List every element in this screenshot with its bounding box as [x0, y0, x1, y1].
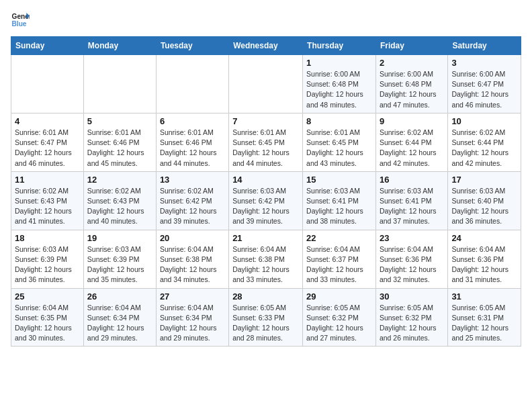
day-number: 29 — [306, 291, 372, 302]
day-cell: 24Sunrise: 6:04 AM Sunset: 6:36 PM Dayli… — [448, 230, 521, 288]
day-info: Sunrise: 6:00 AM Sunset: 6:48 PM Dayligh… — [306, 69, 372, 110]
day-cell — [11, 55, 84, 113]
day-number: 12 — [87, 175, 152, 185]
day-number: 2 — [380, 58, 444, 68]
day-cell — [83, 55, 156, 113]
day-number: 11 — [15, 175, 80, 185]
day-cell: 21Sunrise: 6:04 AM Sunset: 6:38 PM Dayli… — [229, 230, 303, 288]
day-info: Sunrise: 6:05 AM Sunset: 6:33 PM Dayligh… — [232, 303, 299, 344]
day-number: 13 — [160, 175, 225, 185]
calendar-table: SundayMondayTuesdayWednesdayThursdayFrid… — [11, 36, 521, 347]
day-number: 20 — [160, 233, 225, 243]
day-cell: 1Sunrise: 6:00 AM Sunset: 6:48 PM Daylig… — [303, 55, 376, 113]
day-number: 3 — [451, 58, 517, 68]
header-thursday: Thursday — [303, 37, 376, 55]
header-friday: Friday — [375, 37, 447, 55]
day-cell: 15Sunrise: 6:03 AM Sunset: 6:41 PM Dayli… — [303, 171, 376, 230]
day-cell: 17Sunrise: 6:03 AM Sunset: 6:40 PM Dayli… — [448, 171, 521, 230]
day-info: Sunrise: 6:01 AM Sunset: 6:46 PM Dayligh… — [87, 128, 152, 169]
day-info: Sunrise: 6:02 AM Sunset: 6:44 PM Dayligh… — [380, 128, 444, 169]
day-info: Sunrise: 6:03 AM Sunset: 6:39 PM Dayligh… — [87, 244, 152, 285]
day-info: Sunrise: 6:03 AM Sunset: 6:39 PM Dayligh… — [15, 244, 80, 285]
day-number: 21 — [232, 233, 299, 243]
header-sunday: Sunday — [11, 37, 84, 55]
day-number: 30 — [380, 291, 444, 302]
day-number: 31 — [451, 291, 517, 302]
day-cell: 30Sunrise: 6:05 AM Sunset: 6:32 PM Dayli… — [375, 288, 447, 347]
day-info: Sunrise: 6:03 AM Sunset: 6:40 PM Dayligh… — [451, 186, 517, 227]
day-cell: 19Sunrise: 6:03 AM Sunset: 6:39 PM Dayli… — [83, 230, 156, 288]
day-number: 6 — [160, 116, 225, 126]
day-cell: 26Sunrise: 6:04 AM Sunset: 6:34 PM Dayli… — [83, 288, 156, 347]
day-cell: 5Sunrise: 6:01 AM Sunset: 6:46 PM Daylig… — [83, 113, 156, 171]
day-cell: 27Sunrise: 6:04 AM Sunset: 6:34 PM Dayli… — [156, 288, 228, 347]
day-cell: 20Sunrise: 6:04 AM Sunset: 6:38 PM Dayli… — [156, 230, 228, 288]
header-saturday: Saturday — [448, 37, 521, 55]
day-info: Sunrise: 6:02 AM Sunset: 6:43 PM Dayligh… — [87, 186, 152, 227]
day-number: 25 — [15, 291, 80, 302]
day-info: Sunrise: 6:05 AM Sunset: 6:31 PM Dayligh… — [451, 303, 517, 344]
week-row-5: 25Sunrise: 6:04 AM Sunset: 6:35 PM Dayli… — [11, 288, 521, 347]
day-info: Sunrise: 6:03 AM Sunset: 6:41 PM Dayligh… — [380, 186, 444, 227]
day-info: Sunrise: 6:04 AM Sunset: 6:36 PM Dayligh… — [451, 244, 517, 285]
day-info: Sunrise: 6:01 AM Sunset: 6:45 PM Dayligh… — [306, 128, 372, 169]
day-info: Sunrise: 6:01 AM Sunset: 6:47 PM Dayligh… — [15, 128, 80, 169]
day-cell: 14Sunrise: 6:03 AM Sunset: 6:42 PM Dayli… — [229, 171, 303, 230]
day-number: 5 — [87, 116, 152, 126]
day-number: 24 — [451, 233, 517, 243]
day-number: 9 — [380, 116, 444, 126]
week-row-3: 11Sunrise: 6:02 AM Sunset: 6:43 PM Dayli… — [11, 171, 521, 230]
calendar-header-row: SundayMondayTuesdayWednesdayThursdayFrid… — [11, 37, 521, 55]
day-cell: 31Sunrise: 6:05 AM Sunset: 6:31 PM Dayli… — [448, 288, 521, 347]
day-cell: 16Sunrise: 6:03 AM Sunset: 6:41 PM Dayli… — [375, 171, 447, 230]
header-wednesday: Wednesday — [229, 37, 303, 55]
day-info: Sunrise: 6:02 AM Sunset: 6:42 PM Dayligh… — [160, 186, 225, 227]
day-number: 14 — [232, 175, 299, 185]
day-info: Sunrise: 6:02 AM Sunset: 6:44 PM Dayligh… — [451, 128, 517, 169]
day-cell: 18Sunrise: 6:03 AM Sunset: 6:39 PM Dayli… — [11, 230, 84, 288]
day-cell: 8Sunrise: 6:01 AM Sunset: 6:45 PM Daylig… — [303, 113, 376, 171]
day-info: Sunrise: 6:03 AM Sunset: 6:42 PM Dayligh… — [232, 186, 299, 227]
day-number: 27 — [160, 291, 225, 302]
logo-icon: General Blue — [11, 11, 30, 30]
header: General Blue — [11, 11, 521, 30]
day-info: Sunrise: 6:00 AM Sunset: 6:47 PM Dayligh… — [451, 69, 517, 110]
day-number: 15 — [306, 175, 372, 185]
day-cell: 12Sunrise: 6:02 AM Sunset: 6:43 PM Dayli… — [83, 171, 156, 230]
day-cell: 9Sunrise: 6:02 AM Sunset: 6:44 PM Daylig… — [375, 113, 447, 171]
header-monday: Monday — [83, 37, 156, 55]
day-info: Sunrise: 6:04 AM Sunset: 6:36 PM Dayligh… — [380, 244, 444, 285]
day-info: Sunrise: 6:00 AM Sunset: 6:48 PM Dayligh… — [380, 69, 444, 110]
day-info: Sunrise: 6:04 AM Sunset: 6:37 PM Dayligh… — [306, 244, 372, 285]
day-cell: 28Sunrise: 6:05 AM Sunset: 6:33 PM Dayli… — [229, 288, 303, 347]
day-info: Sunrise: 6:05 AM Sunset: 6:32 PM Dayligh… — [380, 303, 444, 344]
day-number: 7 — [232, 116, 299, 126]
day-cell: 2Sunrise: 6:00 AM Sunset: 6:48 PM Daylig… — [375, 55, 447, 113]
day-number: 18 — [15, 233, 80, 243]
day-number: 26 — [87, 291, 152, 302]
day-info: Sunrise: 6:05 AM Sunset: 6:32 PM Dayligh… — [306, 303, 372, 344]
day-number: 22 — [306, 233, 372, 243]
day-number: 23 — [380, 233, 444, 243]
day-cell: 7Sunrise: 6:01 AM Sunset: 6:45 PM Daylig… — [229, 113, 303, 171]
day-number: 8 — [306, 116, 372, 126]
day-cell: 22Sunrise: 6:04 AM Sunset: 6:37 PM Dayli… — [303, 230, 376, 288]
day-number: 28 — [232, 291, 299, 302]
day-info: Sunrise: 6:04 AM Sunset: 6:35 PM Dayligh… — [15, 303, 80, 344]
day-cell: 25Sunrise: 6:04 AM Sunset: 6:35 PM Dayli… — [11, 288, 84, 347]
week-row-4: 18Sunrise: 6:03 AM Sunset: 6:39 PM Dayli… — [11, 230, 521, 288]
day-info: Sunrise: 6:04 AM Sunset: 6:38 PM Dayligh… — [232, 244, 299, 285]
day-cell: 29Sunrise: 6:05 AM Sunset: 6:32 PM Dayli… — [303, 288, 376, 347]
day-cell: 10Sunrise: 6:02 AM Sunset: 6:44 PM Dayli… — [448, 113, 521, 171]
day-number: 17 — [451, 175, 517, 185]
day-info: Sunrise: 6:04 AM Sunset: 6:34 PM Dayligh… — [160, 303, 225, 344]
week-row-2: 4Sunrise: 6:01 AM Sunset: 6:47 PM Daylig… — [11, 113, 521, 171]
day-cell: 3Sunrise: 6:00 AM Sunset: 6:47 PM Daylig… — [448, 55, 521, 113]
day-info: Sunrise: 6:04 AM Sunset: 6:38 PM Dayligh… — [160, 244, 225, 285]
day-number: 16 — [380, 175, 444, 185]
day-cell — [156, 55, 228, 113]
svg-text:Blue: Blue — [12, 20, 27, 28]
day-info: Sunrise: 6:02 AM Sunset: 6:43 PM Dayligh… — [15, 186, 80, 227]
day-cell: 13Sunrise: 6:02 AM Sunset: 6:42 PM Dayli… — [156, 171, 228, 230]
day-number: 4 — [15, 116, 80, 126]
